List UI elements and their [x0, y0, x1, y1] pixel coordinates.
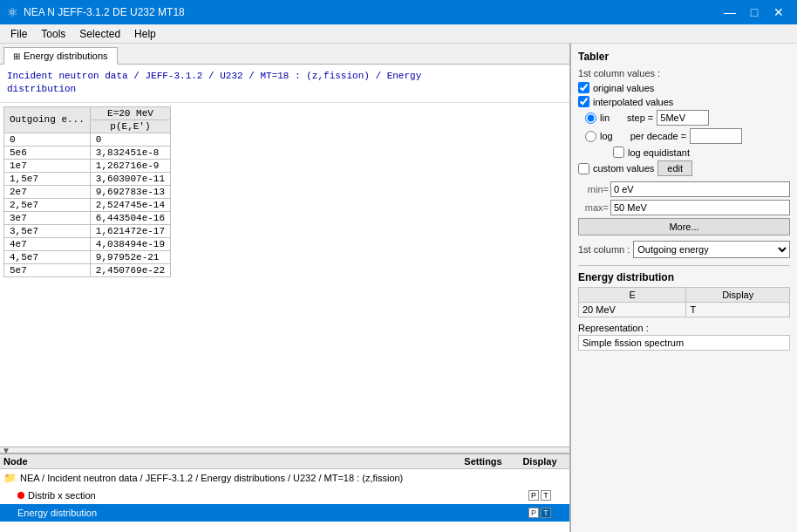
- more-button[interactable]: More...: [578, 218, 790, 235]
- step-input[interactable]: [657, 110, 709, 126]
- min-row: min=: [578, 181, 790, 197]
- max-row: max=: [578, 200, 790, 215]
- display-p-checkbox[interactable]: P: [528, 490, 539, 501]
- log-equidistant-label: log equidistant: [628, 147, 690, 158]
- tree-row[interactable]: Distrib x sectionPT: [0, 487, 569, 504]
- right-panel: Tabler 1st column values : original valu…: [570, 44, 797, 532]
- interpolated-values-checkbox[interactable]: [578, 96, 589, 107]
- tree-rows: 📁NEA / Incident neutron data / JEFF-3.1.…: [0, 469, 569, 522]
- resize-handle[interactable]: ▼: [0, 447, 569, 454]
- first-col-select[interactable]: Outgoing energy: [633, 241, 790, 258]
- tab-energy-distributions[interactable]: ⊞ Energy distributions: [3, 47, 118, 65]
- minimize-button[interactable]: —: [719, 3, 741, 21]
- table-row: 5e72,450769e-22: [4, 263, 171, 276]
- menu-help[interactable]: Help: [127, 26, 163, 42]
- original-values-label: original values: [593, 83, 654, 93]
- log-radio[interactable]: [585, 131, 596, 142]
- tree-row-label: Energy distribution: [17, 508, 97, 518]
- probability-cell: 2,450769e-22: [90, 263, 170, 276]
- probability-cell: 1,621472e-17: [90, 224, 170, 237]
- tab-bar: ⊞ Energy distributions: [0, 44, 569, 65]
- table-row: 00: [4, 133, 171, 146]
- display-header: Display: [686, 288, 790, 303]
- col1-header: Outgoing e...: [4, 106, 91, 133]
- log-equidistant-checkbox[interactable]: [613, 147, 624, 158]
- display-t-checkbox[interactable]: T: [541, 508, 551, 518]
- display-value: T: [686, 303, 790, 317]
- probability-cell: 9,97952e-21: [90, 250, 170, 263]
- energy-dist-table: E Display 20 MeV T: [578, 287, 790, 317]
- repr-label: Representation :: [578, 323, 790, 333]
- display-t-checkbox[interactable]: T: [541, 490, 551, 501]
- log-row: log per decade =: [585, 128, 790, 144]
- first-col-dropdown-row: 1st column : Outgoing energy: [578, 241, 790, 258]
- edit-button[interactable]: edit: [657, 160, 692, 176]
- outgoing-energy-cell: 2e7: [4, 185, 91, 198]
- close-button[interactable]: ✕: [767, 3, 790, 21]
- outgoing-energy-cell: 2,5e7: [4, 198, 91, 211]
- col2-header2: p(E,E'): [90, 119, 170, 133]
- title-bar-controls: — □ ✕: [719, 3, 790, 21]
- table-row: 5e63,832451e-8: [4, 146, 171, 159]
- probability-cell: 4,038494e-19: [90, 237, 170, 250]
- bottom-panel: Node Settings Display 📁NEA / Incident ne…: [0, 454, 569, 532]
- original-values-checkbox[interactable]: [578, 82, 589, 93]
- outgoing-energy-cell: 3e7: [4, 211, 91, 224]
- app-icon: ⚛: [7, 5, 18, 19]
- per-decade-input[interactable]: [690, 128, 742, 144]
- probability-cell: 2,524745e-14: [90, 198, 170, 211]
- title-bar-left: ⚛ NEA N JEFF-3.1.2 DE U232 MT18: [7, 5, 185, 19]
- table-row: 2e79,692783e-13: [4, 185, 171, 198]
- original-values-row: original values: [578, 82, 790, 93]
- probability-cell: 6,443504e-16: [90, 211, 170, 224]
- menu-selected[interactable]: Selected: [72, 26, 127, 42]
- outgoing-energy-cell: 1e7: [4, 159, 91, 172]
- title-bar: ⚛ NEA N JEFF-3.1.2 DE U232 MT18 — □ ✕: [0, 0, 797, 24]
- tree-row-label: Distrib x section: [28, 490, 96, 501]
- repr-value: Simple fission spectrum: [578, 335, 790, 351]
- display-col-header: Display: [514, 456, 566, 467]
- col2-header1: E=20 MeV: [90, 106, 170, 119]
- display-p-checkbox[interactable]: P: [528, 508, 539, 518]
- tree-row[interactable]: 📁NEA / Incident neutron data / JEFF-3.1.…: [0, 469, 569, 487]
- menu-tools[interactable]: Tools: [34, 26, 72, 42]
- outgoing-energy-cell: 5e6: [4, 146, 91, 159]
- max-label: max=: [578, 202, 609, 213]
- max-input[interactable]: [610, 200, 790, 215]
- step-label: step =: [627, 113, 653, 123]
- settings-col-header: Settings: [453, 456, 514, 467]
- folder-icon: 📁: [3, 472, 17, 484]
- first-col-label: 1st column values :: [578, 68, 790, 78]
- data-table-wrapper[interactable]: Outgoing e... E=20 MeV p(E,E') 005e63,83…: [0, 103, 569, 447]
- first-col-drop-label: 1st column :: [578, 244, 630, 255]
- display-col: PT: [514, 490, 566, 501]
- table-row: 2,5e72,524745e-14: [4, 198, 171, 211]
- divider: [578, 265, 790, 266]
- min-input[interactable]: [610, 181, 790, 197]
- log-equidistant-row: log equidistant: [613, 147, 790, 158]
- tab-icon: ⊞: [13, 51, 20, 61]
- menu-file[interactable]: File: [3, 26, 34, 42]
- probability-cell: 0: [90, 133, 170, 146]
- tree-row-label: NEA / Incident neutron data / JEFF-3.1.2…: [20, 473, 403, 483]
- probability-cell: 9,692783e-13: [90, 185, 170, 198]
- left-panel: ⊞ Energy distributions Incident neutron …: [0, 44, 570, 532]
- table-row: 4,5e79,97952e-21: [4, 250, 171, 263]
- table-row: 3e76,443504e-16: [4, 211, 171, 224]
- lin-radio[interactable]: [585, 113, 596, 124]
- interpolated-values-label: interpolated values: [593, 97, 673, 107]
- tree-row[interactable]: Energy distributionPT: [0, 504, 569, 522]
- probability-cell: 1,262716e-9: [90, 159, 170, 172]
- custom-values-checkbox[interactable]: [578, 163, 589, 174]
- e-header: E: [579, 288, 686, 303]
- outgoing-energy-cell: 4,5e7: [4, 250, 91, 263]
- bottom-header: Node Settings Display: [0, 454, 569, 469]
- maximize-button[interactable]: □: [743, 3, 766, 21]
- custom-values-row: custom values edit: [578, 160, 790, 176]
- data-table: Outgoing e... E=20 MeV p(E,E') 005e63,83…: [3, 106, 171, 277]
- outgoing-energy-cell: 5e7: [4, 263, 91, 276]
- table-row: 1e71,262716e-9: [4, 159, 171, 172]
- app-title: NEA N JEFF-3.1.2 DE U232 MT18: [24, 6, 185, 18]
- table-row: 1,5e73,603007e-11: [4, 172, 171, 185]
- display-col: PT: [514, 508, 566, 518]
